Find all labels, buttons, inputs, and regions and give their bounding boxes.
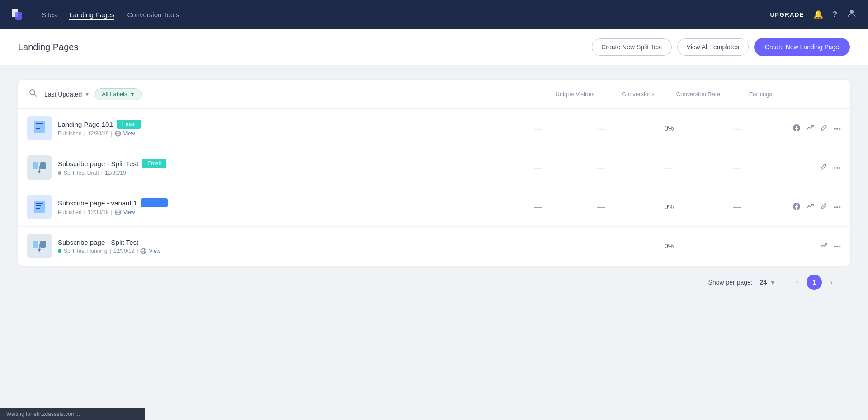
help-icon[interactable]: ? bbox=[832, 10, 837, 19]
earnings-val: — bbox=[705, 163, 769, 173]
unique-visitors-val: — bbox=[506, 124, 570, 133]
per-page-selector[interactable]: Show per page: 24 ▼ bbox=[708, 279, 776, 286]
row-actions: ••• bbox=[769, 124, 841, 133]
page-title: Landing Pages bbox=[18, 42, 78, 52]
row-thumbnail bbox=[27, 116, 52, 140]
svg-rect-1 bbox=[15, 12, 22, 20]
table-row: Subscribe page - Split Test Split Test R… bbox=[18, 227, 850, 266]
svg-rect-11 bbox=[40, 162, 46, 169]
create-split-test-button[interactable]: Create New Split Test bbox=[592, 38, 671, 56]
page-thumb-icon bbox=[33, 120, 46, 137]
svg-rect-5 bbox=[36, 123, 43, 124]
wrench-icon[interactable] bbox=[820, 163, 827, 172]
header-actions: Create New Split Test View All Templates… bbox=[592, 38, 850, 56]
chart-icon[interactable] bbox=[807, 203, 814, 211]
svg-rect-4 bbox=[34, 121, 45, 133]
row-sub: Published | 12/30/19 | View bbox=[58, 131, 141, 137]
svg-rect-20 bbox=[33, 241, 38, 248]
table-row: Subscribe page - variant 1 Published | 1… bbox=[18, 187, 850, 227]
conversions-val: — bbox=[570, 202, 633, 212]
pagination-bar: Show per page: 24 ▼ ‹ 1 › bbox=[18, 266, 850, 299]
create-landing-page-button[interactable]: Create New Landing Page bbox=[754, 38, 850, 56]
svg-rect-6 bbox=[36, 126, 41, 126]
svg-point-3 bbox=[30, 90, 35, 95]
nav-sites[interactable]: Sites bbox=[42, 9, 57, 20]
row-actions: ••• bbox=[769, 163, 841, 172]
nav-landing-pages[interactable]: Landing Pages bbox=[69, 9, 114, 20]
main-content: Last Updated ▼ All Labels ▼ Unique Visit… bbox=[0, 65, 868, 313]
more-icon[interactable]: ••• bbox=[834, 203, 841, 211]
page-nav: ‹ 1 › bbox=[789, 275, 839, 290]
row-sub: Split Test Running | 12/30/19 | View bbox=[58, 248, 160, 254]
sort-caret-icon: ▼ bbox=[85, 92, 90, 97]
status-bar: Waiting for ekr.zdassets.com... bbox=[0, 408, 145, 420]
nav-conversion-tools[interactable]: Conversion Tools bbox=[127, 9, 179, 20]
conversions-header: Conversions bbox=[622, 91, 655, 98]
earnings-val: — bbox=[705, 202, 769, 212]
label-caret-icon: ▼ bbox=[130, 92, 135, 97]
row-meta: Subscribe page - Split Test Split Test R… bbox=[58, 238, 160, 254]
svg-rect-16 bbox=[36, 205, 41, 206]
view-all-templates-button[interactable]: View All Templates bbox=[677, 38, 749, 56]
user-icon[interactable] bbox=[846, 8, 857, 21]
svg-marker-12 bbox=[38, 171, 41, 173]
page-header: Landing Pages Create New Split Test View… bbox=[0, 29, 868, 65]
facebook-icon[interactable] bbox=[793, 203, 800, 211]
more-icon[interactable]: ••• bbox=[834, 125, 841, 132]
row-thumbnail bbox=[27, 195, 52, 219]
logo[interactable] bbox=[11, 6, 27, 23]
earnings-val: — bbox=[705, 124, 769, 133]
svg-point-13 bbox=[825, 164, 826, 165]
svg-rect-14 bbox=[34, 201, 45, 213]
more-icon[interactable]: ••• bbox=[834, 243, 841, 250]
search-button[interactable] bbox=[27, 87, 39, 101]
view-link[interactable]: View bbox=[149, 248, 160, 254]
page-1-button[interactable]: 1 bbox=[807, 275, 822, 290]
prev-page-button[interactable]: ‹ bbox=[789, 275, 805, 290]
conversion-rate-val: 0% bbox=[633, 203, 705, 210]
row-thumbnail-split bbox=[27, 234, 52, 258]
table-row: Subscribe page - Split Test Email Split … bbox=[18, 148, 850, 187]
svg-point-2 bbox=[850, 10, 854, 14]
upgrade-button[interactable]: UPGRADE bbox=[770, 11, 804, 18]
row-actions: ••• bbox=[769, 242, 841, 251]
unique-visitors-val: — bbox=[506, 242, 570, 251]
conversions-val: — bbox=[570, 124, 633, 133]
chart-icon[interactable] bbox=[820, 242, 827, 251]
svg-marker-22 bbox=[38, 249, 41, 252]
row-meta: Subscribe page - variant 1 Published | 1… bbox=[58, 198, 168, 215]
chart-icon[interactable] bbox=[807, 124, 814, 133]
edit-icon[interactable] bbox=[820, 203, 827, 211]
conversion-rate-header: Conversion Rate bbox=[676, 91, 720, 98]
navigation: Sites Landing Pages Conversion Tools UPG… bbox=[0, 0, 868, 29]
label-filter-dropdown[interactable]: All Labels ▼ bbox=[95, 88, 142, 100]
email-badge: Email bbox=[142, 159, 166, 168]
earnings-header: Earnings bbox=[749, 91, 772, 98]
facebook-icon[interactable] bbox=[793, 124, 800, 133]
row-name: Subscribe page - Split Test bbox=[58, 238, 160, 246]
earnings-val: — bbox=[705, 242, 769, 251]
next-page-button[interactable]: › bbox=[824, 275, 839, 290]
sort-dropdown[interactable]: Last Updated ▼ bbox=[44, 91, 90, 98]
conversion-rate-val: 0% bbox=[633, 243, 705, 250]
more-icon[interactable]: ••• bbox=[834, 164, 841, 172]
svg-rect-7 bbox=[36, 128, 40, 129]
status-dot-draft bbox=[58, 171, 61, 175]
view-link[interactable]: View bbox=[123, 131, 135, 137]
nav-links: Sites Landing Pages Conversion Tools bbox=[42, 9, 770, 20]
conversions-val: — bbox=[570, 242, 633, 251]
notification-icon[interactable]: 🔔 bbox=[813, 9, 823, 19]
per-page-caret-icon: ▼ bbox=[769, 279, 776, 286]
row-meta: Landing Page 101 Email Published | 12/30… bbox=[58, 120, 141, 137]
unique-visitors-header: Unique Visitors bbox=[555, 91, 594, 98]
status-dot-running bbox=[58, 249, 61, 253]
svg-rect-10 bbox=[33, 162, 38, 169]
edit-icon[interactable] bbox=[820, 124, 827, 133]
blue-badge bbox=[141, 198, 168, 207]
row-name: Subscribe page - Split Test Email bbox=[58, 159, 166, 168]
conversions-val: — bbox=[570, 163, 633, 173]
row-thumbnail-split bbox=[27, 155, 52, 180]
view-link[interactable]: View bbox=[123, 209, 135, 215]
row-info: Subscribe page - Split Test Split Test R… bbox=[27, 234, 506, 258]
landing-pages-table: Last Updated ▼ All Labels ▼ Unique Visit… bbox=[18, 80, 850, 266]
